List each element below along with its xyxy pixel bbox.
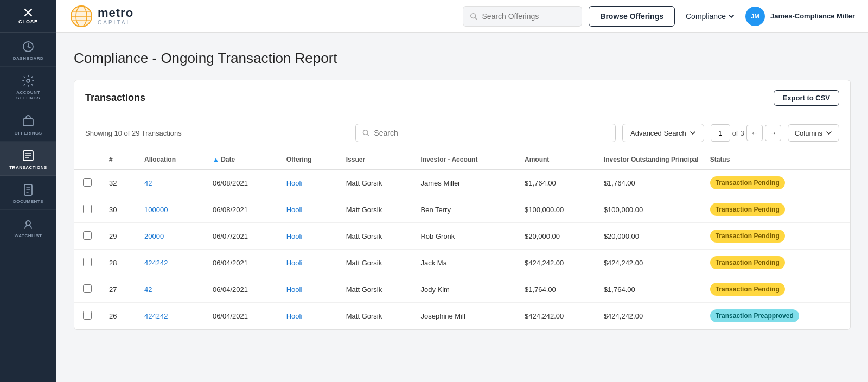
row-outstanding-principal: $1,764.00 [595,276,701,303]
col-status[interactable]: Status [701,150,850,169]
page-controls: 1 of 3 ← → [711,124,781,142]
row-status: Transaction Pending [701,276,850,303]
row-offering[interactable]: Hooli [278,223,337,250]
col-id[interactable]: # [100,150,136,169]
documents-icon [22,183,35,196]
close-button[interactable]: CLOSE [0,0,56,33]
table-row: 27 42 06/04/2021 Hooli Matt Gorsik Jody … [74,276,850,303]
export-csv-button[interactable]: Export to CSV [774,90,839,106]
transactions-card: Transactions Export to CSV Showing 10 of… [74,80,851,330]
row-offering[interactable]: Hooli [278,303,337,329]
row-amount: $1,764.00 [516,276,595,303]
row-date: 06/08/2021 [204,196,278,223]
row-date: 06/04/2021 [204,303,278,329]
row-status: Transaction Pending [701,169,850,196]
browse-offerings-button[interactable]: Browse Offerings [589,6,675,27]
logo-text: metro CAPITAL [98,7,133,26]
card-header: Transactions Export to CSV [74,80,850,116]
col-investor-account[interactable]: Investor - Account [412,150,516,169]
svg-line-22 [475,17,477,19]
row-offering[interactable]: Hooli [278,276,337,303]
col-offering[interactable]: Offering [278,150,337,169]
row-checkbox-cell [74,223,100,250]
advanced-search-button[interactable]: Advanced Search [622,124,704,142]
svg-rect-5 [23,119,33,126]
row-amount: $20,000.00 [516,223,595,250]
table-body: 32 42 06/08/2021 Hooli Matt Gorsik James… [74,169,850,329]
svg-point-3 [28,46,29,48]
sidebar-item-transactions[interactable]: TRANSACTIONS [0,142,56,176]
avatar: JM [745,7,765,26]
showing-count: Showing 10 of 29 Transactions [85,129,182,137]
row-id: 27 [100,276,136,303]
table-row: 30 100000 06/08/2021 Hooli Matt Gorsik B… [74,196,850,223]
row-checkbox[interactable] [83,178,92,187]
row-allocation[interactable]: 42 [136,276,204,303]
row-id: 26 [100,303,136,329]
search-offerings-box[interactable] [463,6,582,27]
row-amount: $424,242.00 [516,303,595,329]
row-id: 28 [100,250,136,276]
row-offering[interactable]: Hooli [278,169,337,196]
main-area: metro CAPITAL Browse Offerings Complianc… [56,0,868,382]
row-date: 06/08/2021 [204,169,278,196]
row-issuer: Matt Gorsik [337,276,412,303]
user-name: James-Compliance Miller [770,12,855,20]
transactions-table-scroll[interactable]: # Allocation ▲ Date Offering Issuer Inve… [74,150,850,329]
columns-button[interactable]: Columns [788,124,839,142]
row-checkbox-cell [74,169,100,196]
table-search-input[interactable] [374,129,609,137]
table-row: 32 42 06/08/2021 Hooli Matt Gorsik James… [74,169,850,196]
col-issuer[interactable]: Issuer [337,150,412,169]
search-icon [470,12,477,21]
table-search-icon [362,129,369,137]
row-allocation[interactable]: 424242 [136,250,204,276]
row-amount: $424,242.00 [516,250,595,276]
row-outstanding-principal: $424,242.00 [595,303,701,329]
row-outstanding-principal: $1,764.00 [595,169,701,196]
user-menu[interactable]: JM James-Compliance Miller [745,7,855,26]
filter-bar: Showing 10 of 29 Transactions Advanced S… [74,116,850,150]
row-checkbox[interactable] [83,231,92,240]
row-status: Transaction Pending [701,196,850,223]
sidebar-item-documents[interactable]: DOCUMENTS [0,176,56,210]
col-amount[interactable]: Amount [516,150,595,169]
row-issuer: Matt Gorsik [337,223,412,250]
col-checkbox [74,150,100,169]
row-outstanding-principal: $424,242.00 [595,250,701,276]
close-icon [24,8,33,17]
row-allocation[interactable]: 42 [136,169,204,196]
page-number-input[interactable]: 1 [711,124,730,142]
row-allocation[interactable]: 424242 [136,303,204,329]
page-title: Compliance - Ongoing Transaction Report [74,50,851,67]
table-row: 29 20000 06/07/2021 Hooli Matt Gorsik Ro… [74,223,850,250]
row-checkbox[interactable] [83,258,92,266]
col-outstanding-principal[interactable]: Investor Outstanding Principal [595,150,701,169]
col-allocation[interactable]: Allocation [136,150,204,169]
row-allocation[interactable]: 100000 [136,196,204,223]
row-allocation[interactable]: 20000 [136,223,204,250]
row-checkbox[interactable] [83,284,92,293]
prev-page-button[interactable]: ← [746,125,763,141]
row-status: Transaction Preapproved [701,303,850,329]
search-offerings-input[interactable] [482,12,575,21]
row-investor-account: Rob Gronk [412,223,516,250]
sidebar-item-account-settings[interactable]: ACCOUNTSETTINGS [0,67,56,107]
columns-chevron-icon [826,130,832,136]
row-checkbox[interactable] [83,311,92,320]
sidebar-item-offerings[interactable]: OFFERINGS [0,107,56,142]
row-checkbox-cell [74,276,100,303]
table-search-box[interactable] [355,124,616,142]
row-checkbox[interactable] [83,205,92,213]
offerings-icon [22,115,35,128]
row-checkbox-cell [74,303,100,329]
row-offering[interactable]: Hooli [278,196,337,223]
next-page-button[interactable]: → [765,125,781,141]
row-investor-account: Ben Terry [412,196,516,223]
row-offering[interactable]: Hooli [278,250,337,276]
sidebar-item-watchlist[interactable]: WATCHLIST [0,210,56,244]
compliance-menu-button[interactable]: Compliance [686,12,735,21]
row-investor-account: James Miller [412,169,516,196]
sidebar-item-dashboard[interactable]: DASHBOARD [0,33,56,67]
col-date[interactable]: ▲ Date [204,150,278,169]
